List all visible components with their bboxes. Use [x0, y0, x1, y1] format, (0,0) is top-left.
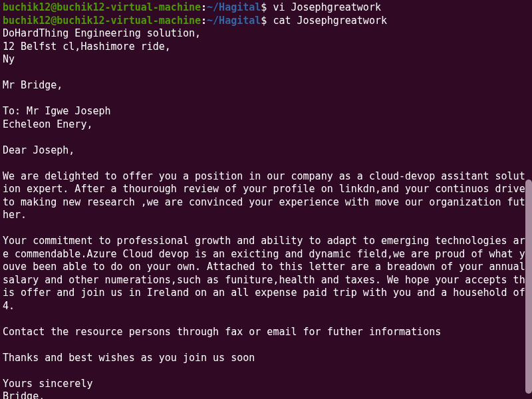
prompt-line-1: buchik12@buchik12-virtual-machine:~/Hagi… — [3, 1, 529, 15]
dollar: $ — [261, 1, 273, 13]
scrollbar-thumb[interactable] — [525, 180, 532, 394]
colon: : — [201, 15, 207, 27]
colon: : — [201, 1, 207, 13]
command: cat Josephgreatwork — [273, 15, 387, 27]
user-host: buchik12@buchik12-virtual-machine — [3, 1, 201, 13]
terminal-output[interactable]: buchik12@buchik12-virtual-machine:~/Hagi… — [3, 1, 529, 399]
dollar: $ — [261, 15, 273, 27]
user-host: buchik12@buchik12-virtual-machine — [3, 15, 201, 27]
path: ~/Hagital — [207, 1, 261, 13]
path: ~/Hagital — [207, 15, 261, 27]
file-contents: DoHardThing Engineering solution, 12 Bel… — [3, 27, 529, 399]
scrollbar[interactable] — [525, 0, 532, 399]
prompt-line-2: buchik12@buchik12-virtual-machine:~/Hagi… — [3, 15, 529, 28]
command: vi Josephgreatwork — [273, 1, 381, 13]
